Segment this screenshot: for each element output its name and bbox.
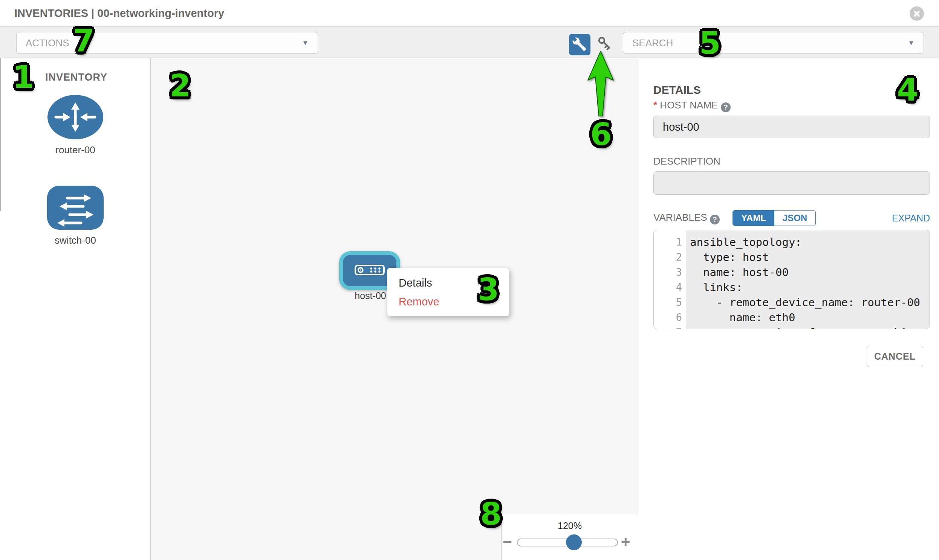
host-name-label-row: * HOST NAME ? (654, 99, 731, 112)
expand-link[interactable]: EXPAND (873, 213, 930, 224)
annotation-digit-6: 6 (590, 116, 612, 152)
description-label: DESCRIPTION (654, 155, 720, 167)
line-number: 3 (654, 265, 682, 280)
help-icon[interactable]: ? (710, 215, 720, 225)
line-number: 4 (654, 280, 682, 295)
code-line: ansible_topology: (690, 235, 930, 250)
line-number: 6 (654, 310, 682, 325)
annotation-digit-3: 3 (477, 272, 499, 307)
chevron-down-icon: ▼ (908, 39, 914, 47)
cancel-button[interactable]: CANCEL (867, 346, 923, 367)
inventory-panel-title: INVENTORY (45, 72, 107, 83)
line-number: 7 (654, 325, 682, 329)
actions-dropdown-label: ACTIONS (26, 37, 69, 49)
sidebar-item-label: router-00 (34, 144, 117, 156)
router-icon (48, 134, 103, 140)
actions-dropdown[interactable]: ACTIONS ▼ (16, 32, 318, 54)
annotation-digit-4: 4 (897, 72, 918, 108)
host-name-label: HOST NAME (660, 99, 718, 111)
window-header: INVENTORIES | 00-networking-inventory (0, 0, 939, 27)
annotation-digit-1: 1 (12, 59, 34, 95)
sidebar-scrollbar[interactable] (0, 58, 1, 211)
tab-yaml[interactable]: YAML (733, 211, 774, 226)
required-marker: * (654, 99, 657, 111)
switch-icon (47, 225, 103, 231)
variables-label: VARIABLES (654, 212, 707, 223)
tab-json[interactable]: JSON (774, 211, 816, 226)
code-line: name: eth0 (690, 310, 930, 325)
help-icon[interactable]: ? (721, 102, 731, 112)
sidebar-item-label: switch-00 (34, 235, 117, 246)
host-icon (355, 265, 385, 277)
annotation-digit-8: 8 (480, 496, 501, 532)
code-line: remote_interface_name: eth0 (690, 325, 930, 329)
code-line: name: host-00 (690, 265, 930, 280)
variables-format-toggle: YAML JSON (732, 210, 816, 226)
page-title: INVENTORIES | 00-networking-inventory (14, 0, 224, 27)
search-dropdown[interactable]: SEARCH ▼ (623, 32, 924, 54)
sidebar-item-switch[interactable]: switch-00 (34, 186, 117, 246)
close-icon[interactable] (910, 6, 924, 21)
code-line: type: host (690, 250, 930, 265)
zoom-in-button[interactable]: + (621, 534, 631, 549)
line-number: 5 (654, 295, 682, 310)
variables-label-row: VARIABLES ? (654, 212, 720, 225)
code-editor-gutter: 1 2 3 4 5 6 7 (654, 230, 686, 329)
line-number: 2 (654, 250, 682, 265)
annotation-arrow-up (584, 49, 617, 120)
zoom-slider-thumb[interactable] (566, 534, 582, 550)
code-line: - remote_device_name: router-00 (690, 295, 930, 310)
line-number: 1 (654, 235, 682, 250)
host-name-input[interactable] (654, 115, 930, 138)
variables-code-editor[interactable]: 1 2 3 4 5 6 7 ansible_topology: type: ho… (654, 230, 930, 329)
chevron-down-icon: ▼ (302, 39, 308, 47)
zoom-out-button[interactable]: − (503, 534, 512, 549)
annotation-digit-2: 2 (169, 68, 191, 103)
annotation-digit-7: 7 (73, 23, 94, 59)
zoom-level-value: 120% (501, 520, 638, 531)
code-editor-content: ansible_topology: type: host name: host-… (686, 230, 930, 329)
search-dropdown-label: SEARCH (632, 37, 673, 49)
annotation-digit-5: 5 (699, 25, 720, 61)
description-input[interactable] (654, 171, 930, 195)
details-panel-title: DETAILS (654, 84, 701, 96)
code-line: links: (690, 280, 930, 295)
sidebar-item-router[interactable]: router-00 (34, 95, 117, 156)
